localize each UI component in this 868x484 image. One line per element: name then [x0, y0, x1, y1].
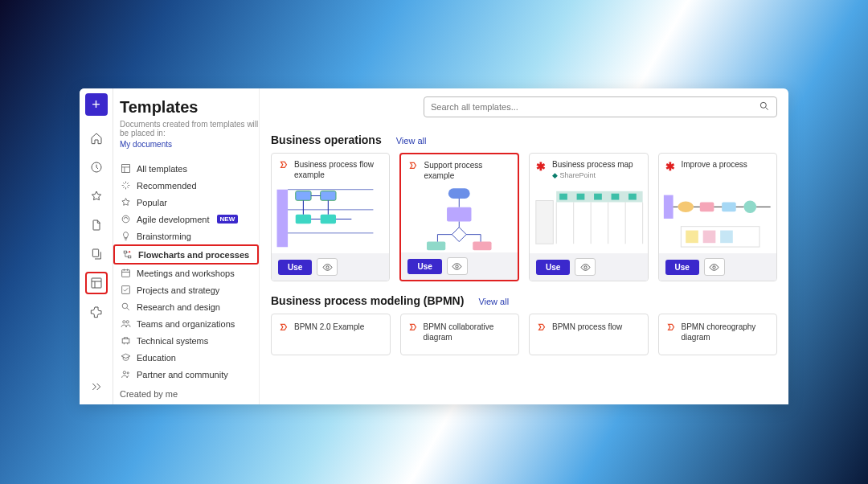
- category-meetings[interactable]: Meetings and workshops: [113, 265, 259, 281]
- category-partner[interactable]: Partner and community: [113, 366, 259, 383]
- category-technical[interactable]: Technical systems: [113, 332, 259, 349]
- template-preview: [659, 179, 776, 253]
- lucid-icon: [407, 322, 419, 334]
- svg-rect-19: [321, 191, 336, 201]
- svg-rect-17: [277, 190, 289, 248]
- lucid-icon: [278, 160, 289, 171]
- svg-point-4: [122, 215, 129, 223]
- education-icon: [120, 352, 131, 363]
- template-card[interactable]: Business process flow example Use: [271, 153, 390, 281]
- category-teams[interactable]: Teams and organizations: [113, 315, 259, 332]
- use-button[interactable]: Use: [407, 259, 441, 274]
- category-agile[interactable]: Agile developmentNEW: [113, 211, 259, 228]
- svg-rect-39: [722, 202, 736, 211]
- template-card[interactable]: BPMN 2.0 Example: [271, 314, 391, 355]
- category-recommended[interactable]: Recommended: [113, 177, 259, 194]
- svg-rect-18: [296, 191, 311, 201]
- my-documents-link[interactable]: My documents: [120, 140, 172, 149]
- preview-button[interactable]: [575, 258, 596, 276]
- main-panel: Search all templates... Business operati…: [260, 88, 788, 404]
- bulb-icon: [120, 231, 131, 242]
- svg-rect-25: [427, 242, 445, 251]
- template-card[interactable]: ✱ Business process map◆ SharePoint Use: [529, 153, 648, 281]
- templates-icon[interactable]: [85, 272, 108, 294]
- template-card[interactable]: BPMN process flow: [529, 314, 649, 355]
- svg-rect-30: [559, 194, 567, 200]
- section-title: Business process modeling (BPMN): [271, 294, 464, 307]
- svg-rect-1: [92, 249, 98, 256]
- lucid-icon: [536, 322, 547, 334]
- template-card[interactable]: BPMN collaborative diagram: [400, 314, 520, 355]
- section-bpmn: Business process modeling (BPMN) View al…: [271, 294, 777, 307]
- svg-rect-13: [122, 338, 129, 342]
- view-all-link[interactable]: View all: [396, 136, 427, 146]
- use-button[interactable]: Use: [665, 260, 699, 275]
- category-sidebar: Templates Documents created from templat…: [113, 88, 260, 404]
- shared-icon[interactable]: [85, 243, 108, 265]
- card-row: BPMN 2.0 Example BPMN collaborative diag…: [271, 314, 777, 355]
- category-all-templates[interactable]: All templates: [113, 160, 259, 177]
- category-research[interactable]: Research and design: [113, 298, 259, 315]
- created-by-me-link[interactable]: Created by me: [113, 386, 259, 402]
- template-title: Business process map: [552, 160, 633, 169]
- svg-rect-31: [577, 194, 585, 200]
- template-title: BPMN process flow: [552, 322, 622, 334]
- preview-button[interactable]: [447, 257, 468, 275]
- svg-point-22: [326, 265, 329, 268]
- collapse-rail-icon[interactable]: [85, 375, 108, 398]
- category-brainstorming[interactable]: Brainstorming: [113, 228, 259, 244]
- svg-rect-38: [699, 202, 714, 211]
- section-business-operations: Business operations View all: [271, 133, 777, 146]
- svg-rect-32: [594, 194, 602, 200]
- template-title: BPMN collaborative diagram: [424, 322, 513, 342]
- template-card[interactable]: ✱ Improve a process Use: [658, 153, 777, 281]
- favorites-icon[interactable]: [85, 185, 108, 207]
- svg-point-40: [743, 200, 756, 213]
- preview-button[interactable]: [704, 258, 725, 276]
- home-icon[interactable]: [85, 127, 108, 150]
- sparkle-icon: [120, 180, 131, 191]
- template-preview: [401, 184, 518, 252]
- svg-rect-20: [296, 215, 311, 224]
- search-icon: [120, 301, 131, 313]
- recent-icon[interactable]: [85, 156, 108, 178]
- star-icon: [120, 197, 131, 208]
- asterisk-icon: ✱: [665, 160, 677, 171]
- category-popular[interactable]: Popular: [113, 194, 259, 211]
- search-icon: [759, 100, 770, 113]
- nav-rail: +: [80, 88, 113, 404]
- lucid-icon: [665, 322, 677, 334]
- svg-point-14: [123, 371, 125, 374]
- search-input[interactable]: Search all templates...: [424, 96, 777, 117]
- svg-rect-3: [121, 165, 129, 173]
- template-title: BPMN choreography diagram: [682, 322, 771, 342]
- svg-rect-21: [321, 215, 336, 224]
- new-document-button[interactable]: +: [85, 93, 108, 116]
- template-card[interactable]: BPMN choreography diagram: [658, 314, 778, 355]
- svg-point-12: [126, 321, 129, 323]
- svg-point-37: [678, 201, 694, 212]
- svg-point-45: [713, 265, 715, 268]
- partner-icon: [120, 369, 131, 380]
- use-button[interactable]: Use: [536, 260, 570, 275]
- svg-point-35: [584, 265, 587, 268]
- template-preview: [272, 183, 389, 253]
- use-button[interactable]: Use: [278, 260, 312, 275]
- documents-icon[interactable]: [85, 214, 108, 236]
- template-title: Support process example: [424, 161, 511, 181]
- svg-rect-5: [124, 251, 126, 253]
- category-projects[interactable]: Projects and strategy: [113, 281, 259, 298]
- svg-rect-2: [92, 278, 101, 288]
- page-title: Templates: [120, 98, 259, 117]
- svg-rect-8: [121, 270, 129, 277]
- view-all-link[interactable]: View all: [478, 297, 509, 306]
- integrations-icon[interactable]: [85, 301, 108, 323]
- category-education[interactable]: Education: [113, 349, 259, 366]
- category-list: All templates Recommended Popular Agile …: [113, 160, 259, 383]
- agile-icon: [120, 214, 131, 225]
- svg-point-7: [129, 251, 130, 252]
- category-flowcharts[interactable]: Flowcharts and processes: [113, 244, 259, 265]
- svg-rect-42: [686, 231, 698, 244]
- template-card[interactable]: Support process example Use: [399, 153, 519, 281]
- preview-button[interactable]: [317, 258, 338, 276]
